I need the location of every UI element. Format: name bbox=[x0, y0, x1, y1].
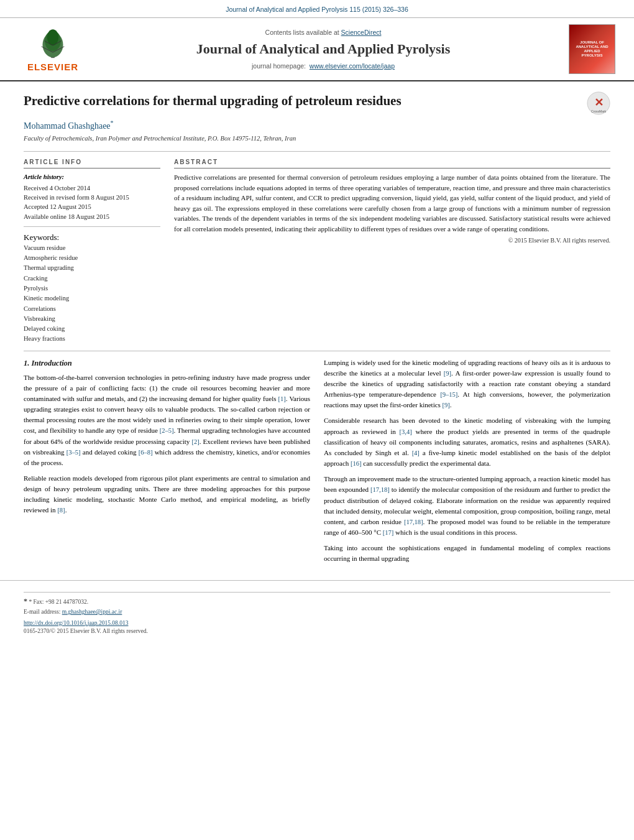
crossmark-icon: ✕ CrossMark bbox=[587, 91, 610, 115]
ref-3-5: [3–5] bbox=[67, 449, 81, 456]
intro-col2-p4: Taking into account the sophistications … bbox=[324, 543, 610, 564]
available-date: Available online 18 August 2015 bbox=[24, 212, 160, 221]
elsevier-logo: ELSEVIER bbox=[19, 25, 87, 73]
paper-title: Predictive correlations for thermal upgr… bbox=[24, 93, 587, 109]
keyword-atmospheric-residue: Atmospheric residue bbox=[24, 253, 160, 263]
footer-divider bbox=[24, 592, 610, 593]
abstract-text: Predictive correlations are presented fo… bbox=[174, 172, 610, 234]
keyword-delayed-coking: Delayed coking bbox=[24, 324, 160, 334]
intro-col2-p1: Lumping is widely used for the kinetic m… bbox=[324, 358, 610, 411]
article-info-label: ARTICLE INFO bbox=[24, 158, 160, 168]
divider-body bbox=[24, 351, 610, 351]
keyword-kinetic-modeling: Kinetic modeling bbox=[24, 293, 160, 303]
ref-1: [1] bbox=[278, 395, 286, 402]
article-info-table: Article history: Received 4 October 2014… bbox=[24, 172, 160, 221]
body-col-right: Lumping is widely used for the kinetic m… bbox=[324, 358, 610, 570]
journal-homepage: journal homepage: www.elsevier.com/locat… bbox=[87, 62, 559, 71]
keyword-thermal-upgrading: Thermal upgrading bbox=[24, 263, 160, 273]
body-section: 1. Introduction The bottom-of-the-barrel… bbox=[24, 358, 610, 570]
homepage-link[interactable]: www.elsevier.com/locate/jaap bbox=[310, 62, 395, 70]
doi-text: http://dx.doi.org/10.1016/j.jaap.2015.08… bbox=[24, 620, 128, 626]
elsevier-tree-icon bbox=[31, 25, 75, 59]
intro-col2-p2: Considerable research has been devoted t… bbox=[324, 415, 610, 469]
author-text: Mohammad Ghashghaee bbox=[24, 121, 111, 131]
copyright: © 2015 Elsevier B.V. All rights reserved… bbox=[174, 236, 610, 245]
footnote-star: * bbox=[24, 597, 27, 606]
doi-line[interactable]: http://dx.doi.org/10.1016/j.jaap.2015.08… bbox=[24, 619, 610, 627]
article-abstract-section: ARTICLE INFO Article history: Received 4… bbox=[24, 158, 610, 344]
ref-6-8: [6–8] bbox=[139, 449, 153, 456]
article-info-col: ARTICLE INFO Article history: Received 4… bbox=[24, 158, 160, 344]
ref-9b: [9] bbox=[443, 402, 450, 408]
journal-logo-box: JOURNAL OFANALYTICAL ANDAPPLIEDPYROLYSIS bbox=[569, 24, 615, 74]
elsevier-brand: ELSEVIER bbox=[27, 60, 78, 73]
page: Journal of Analytical and Applied Pyroly… bbox=[0, 0, 634, 840]
email-label: E-mail address: bbox=[24, 609, 60, 615]
keyword-heavy-fractions: Heavy fractions bbox=[24, 334, 160, 344]
divider-1 bbox=[24, 151, 610, 152]
keyword-vacuum-residue: Vacuum residue bbox=[24, 243, 160, 253]
ref-2b: [2] bbox=[191, 438, 199, 445]
ref-17-18: [17,18] bbox=[370, 486, 390, 493]
footer: * * Fax: +98 21 44787032. E-mail address… bbox=[0, 580, 634, 639]
intro-p1: The bottom-of-the-barrel conversion tech… bbox=[24, 372, 310, 468]
journal-title: Journal of Analytical and Applied Pyroly… bbox=[87, 40, 559, 59]
fax-label: * Fax: +98 21 44787032. bbox=[29, 599, 88, 605]
ref-17b: [17] bbox=[383, 529, 394, 536]
ref-8b: [8] bbox=[57, 507, 65, 514]
keyword-visbreaking: Visbreaking bbox=[24, 314, 160, 324]
ref-17-18b: [17,18] bbox=[404, 519, 423, 525]
journal-header: ELSEVIER Contents lists available at Sci… bbox=[0, 18, 634, 81]
journal-logo-text: JOURNAL OFANALYTICAL ANDAPPLIEDPYROLYSIS bbox=[576, 40, 608, 58]
keyword-cracking: Cracking bbox=[24, 274, 160, 284]
citation-bar: Journal of Analytical and Applied Pyroly… bbox=[0, 0, 634, 18]
keyword-pyrolysis: Pyrolysis bbox=[24, 284, 160, 293]
contents-label: Contents lists available at bbox=[265, 29, 339, 36]
contents-line: Contents lists available at ScienceDirec… bbox=[87, 28, 559, 37]
email-line: E-mail address: m.ghashghaee@ippi.ac.ir bbox=[24, 608, 610, 616]
keywords-label: Keywords: bbox=[24, 232, 160, 243]
received-revised-date: Received in revised form 8 August 2015 bbox=[24, 193, 160, 202]
keyword-correlations: Correlations bbox=[24, 304, 160, 314]
email-link[interactable]: m.ghashghaee@ippi.ac.ir bbox=[62, 609, 122, 615]
ref-2-5: [2–5] bbox=[160, 427, 174, 434]
svg-text:✕: ✕ bbox=[594, 96, 604, 109]
journal-logo-right: JOURNAL OFANALYTICAL ANDAPPLIEDPYROLYSIS bbox=[559, 24, 615, 74]
issn-line: 0165-2370/© 2015 Elsevier B.V. All right… bbox=[24, 627, 610, 635]
accepted-date: Accepted 12 August 2015 bbox=[24, 202, 160, 211]
ref-3-4: [3,4] bbox=[400, 428, 412, 435]
ref-9-15: [9–15] bbox=[440, 391, 457, 398]
homepage-label: journal homepage: bbox=[252, 62, 306, 70]
intro-heading: 1. Introduction bbox=[24, 358, 310, 369]
main-content: Predictive correlations for thermal upgr… bbox=[0, 81, 634, 580]
svg-text:CrossMark: CrossMark bbox=[591, 109, 607, 113]
journal-title-block: Contents lists available at ScienceDirec… bbox=[87, 28, 559, 70]
affiliation: Faculty of Petrochemicals, Iran Polymer … bbox=[24, 134, 610, 144]
citation-text: Journal of Analytical and Applied Pyroly… bbox=[226, 6, 408, 13]
abstract-label: ABSTRACT bbox=[174, 158, 610, 168]
intro-col2-p3: Through an improvement made to the struc… bbox=[324, 474, 610, 538]
fax-line: * * Fax: +98 21 44787032. bbox=[24, 596, 610, 607]
abstract-col: ABSTRACT Predictive correlations are pre… bbox=[174, 158, 610, 344]
history-label: Article history: bbox=[24, 172, 160, 182]
received-date: Received 4 October 2014 bbox=[24, 183, 160, 193]
ref-16: [16] bbox=[351, 460, 362, 467]
intro-p2: Reliable reaction models developed from … bbox=[24, 473, 310, 515]
sciencedirect-link[interactable]: ScienceDirect bbox=[341, 29, 382, 36]
ref-4b: [4] bbox=[412, 450, 420, 456]
divider-keywords bbox=[24, 226, 160, 227]
author-name: Mohammad Ghashghaee* bbox=[24, 119, 610, 132]
keywords-section: Keywords: Vacuum residue Atmospheric res… bbox=[24, 232, 160, 344]
ref-9: [9] bbox=[444, 370, 451, 377]
author-star: * bbox=[111, 119, 114, 126]
body-col-left: 1. Introduction The bottom-of-the-barrel… bbox=[24, 358, 310, 570]
